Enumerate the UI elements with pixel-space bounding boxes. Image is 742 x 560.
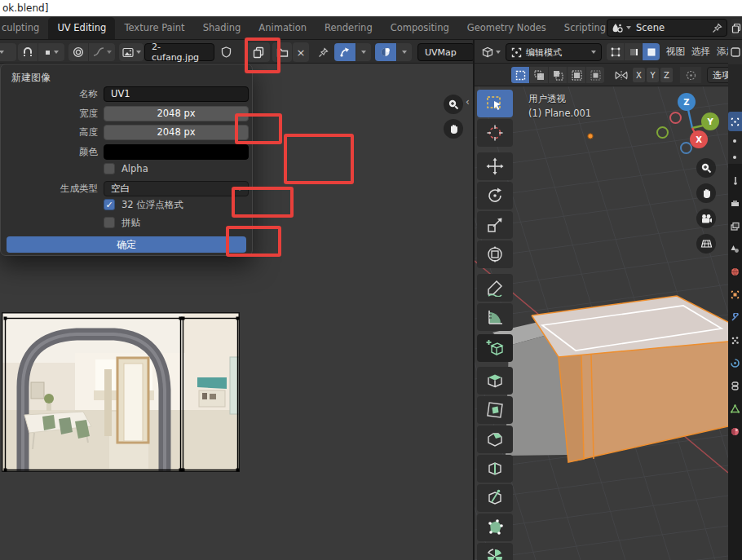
viewport-pan-button[interactable] <box>696 183 716 203</box>
float-format-checkbox[interactable]: ✓ <box>104 199 115 210</box>
tab-geometry-nodes[interactable]: Geometry Nodes <box>458 17 555 39</box>
tool-scale[interactable] <box>477 211 513 239</box>
menu-view[interactable]: 视图 <box>666 46 685 58</box>
color-swatch[interactable] <box>104 144 249 160</box>
scene-name[interactable]: Scene <box>631 22 712 33</box>
pin-id-button[interactable] <box>315 43 331 61</box>
gizmo-neg-y[interactable] <box>656 126 669 139</box>
uv-map-field[interactable]: UVMap <box>417 43 475 61</box>
uv-zoom-button[interactable] <box>444 95 463 114</box>
tool-extrude-region[interactable] <box>477 367 513 395</box>
tab-texture-paint[interactable]: Texture Paint <box>115 17 193 39</box>
properties-tab-object[interactable] <box>731 290 740 299</box>
tool-knife[interactable] <box>477 484 513 512</box>
tiled-checkbox[interactable] <box>104 217 115 228</box>
select-intersect-button[interactable] <box>586 67 604 83</box>
tab-uv-editing[interactable]: UV Editing <box>48 17 115 39</box>
menu-add[interactable]: 添加 <box>717 46 728 58</box>
vertex-select-mode[interactable] <box>607 43 624 60</box>
select-invert-button[interactable] <box>568 67 585 83</box>
gizmo-z-ball[interactable]: Z <box>678 93 696 111</box>
tool-rotate[interactable] <box>477 182 513 209</box>
image-name-field[interactable]: 2-cufang.jpg <box>144 43 214 61</box>
select-subtract-button[interactable] <box>549 67 567 83</box>
mirror-z-button[interactable]: Z <box>660 68 673 82</box>
navigation-gizmo[interactable]: Z Y X <box>656 91 722 157</box>
properties-tab-material[interactable] <box>731 427 740 436</box>
display-channels-button[interactable] <box>375 43 396 61</box>
browse-image-button[interactable] <box>119 43 144 61</box>
name-field[interactable]: UV1 <box>104 86 249 102</box>
alpha-checkbox[interactable] <box>104 163 115 174</box>
tool-add-cube[interactable] <box>477 334 513 362</box>
viewport-zoom-button[interactable] <box>696 158 716 178</box>
tool-inset-faces[interactable] <box>477 396 513 424</box>
viewport-editor-type-button[interactable] <box>478 43 504 61</box>
tool-move[interactable] <box>477 152 513 180</box>
tab-scripting[interactable]: Scripting <box>555 17 615 39</box>
width-field[interactable]: 2048 px <box>104 106 249 121</box>
proportional-falloff-button[interactable] <box>680 67 701 83</box>
falloff-dropdown[interactable] <box>89 43 115 61</box>
properties-tab-view-layer[interactable] <box>731 222 740 231</box>
mode-dropdown[interactable]: 编辑模式 <box>506 43 602 61</box>
tool-bevel[interactable] <box>477 426 513 453</box>
properties-tab-modifiers[interactable] <box>731 313 740 322</box>
face-select-mode[interactable] <box>643 43 660 60</box>
uv-select-mode-caret[interactable] <box>356 43 371 61</box>
tool-loop-cut[interactable] <box>477 455 513 483</box>
outliner-selected-item[interactable] <box>728 112 742 131</box>
uv-editor-type-button[interactable] <box>0 43 16 61</box>
properties-tab-physics[interactable] <box>731 359 740 368</box>
uv-sidebar-toggle[interactable]: ‹ <box>466 96 470 108</box>
tab-sculpting[interactable]: culpting <box>0 17 48 39</box>
tab-rendering[interactable]: Rendering <box>316 17 382 39</box>
properties-tab-output[interactable] <box>731 199 740 208</box>
tab-animation[interactable]: Animation <box>250 17 316 39</box>
gizmo-y-ball[interactable]: Y <box>701 112 719 130</box>
mirror-y-button[interactable]: Y <box>647 68 659 82</box>
tool-poly-build[interactable] <box>477 514 513 541</box>
open-image-button[interactable] <box>272 42 292 62</box>
select-new-button[interactable] <box>511 67 529 83</box>
snap-target-dropdown[interactable] <box>38 43 64 61</box>
tool-transform[interactable] <box>477 240 513 268</box>
new-scene-button[interactable] <box>731 19 742 37</box>
uv-editor-area[interactable]: ‹ 新建图像 名称 UV1 宽度 2048 px 高度 2048 px 颜色 A… <box>0 64 473 560</box>
uv-image-canvas[interactable] <box>2 312 240 472</box>
tool-select-box[interactable] <box>477 90 513 117</box>
edge-select-mode[interactable] <box>625 43 642 60</box>
tool-annotate[interactable] <box>477 274 513 302</box>
gizmo-x-ball[interactable]: X <box>690 130 708 148</box>
display-channels-caret[interactable] <box>397 43 412 61</box>
tab-compositing[interactable]: Compositing <box>382 17 458 39</box>
proportional-edit-toggle[interactable] <box>68 43 88 61</box>
viewport-camera-button[interactable] <box>696 209 716 228</box>
tool-spin[interactable] <box>477 543 513 560</box>
scene-selector[interactable]: Scene <box>607 19 727 37</box>
menu-select[interactable]: 选择 <box>691 46 710 58</box>
properties-tab-particles[interactable] <box>731 336 740 345</box>
gizmo-neg-x[interactable] <box>669 112 682 124</box>
new-image-dialog[interactable]: 新建图像 名称 UV1 宽度 2048 px 高度 2048 px 颜色 Alp… <box>0 64 253 256</box>
outliner-item-dot[interactable] <box>733 156 736 159</box>
uv-pan-button[interactable] <box>444 119 463 139</box>
properties-tab-scene[interactable] <box>731 245 740 254</box>
select-extend-button[interactable] <box>530 67 548 83</box>
properties-tab-world[interactable] <box>731 267 740 276</box>
viewport-ortho-button[interactable] <box>696 234 716 254</box>
pin-icon[interactable] <box>712 23 727 33</box>
tool-measure[interactable] <box>477 303 513 331</box>
ok-button[interactable]: 确定 <box>7 236 246 253</box>
mirror-toggle[interactable] <box>612 67 631 83</box>
new-image-button[interactable] <box>247 42 270 62</box>
height-field[interactable]: 2048 px <box>104 125 249 140</box>
uv-select-mode-button[interactable] <box>334 43 356 61</box>
tool-3d-cursor[interactable] <box>477 119 513 147</box>
generated-type-dropdown[interactable]: 空白 <box>104 181 249 196</box>
outliner-item-dot[interactable] <box>733 139 736 143</box>
unlink-image-button[interactable]: × <box>293 42 309 62</box>
fake-user-toggle[interactable] <box>217 43 235 61</box>
properties-tab-data[interactable] <box>731 404 740 413</box>
snap-toggle[interactable] <box>18 43 38 61</box>
